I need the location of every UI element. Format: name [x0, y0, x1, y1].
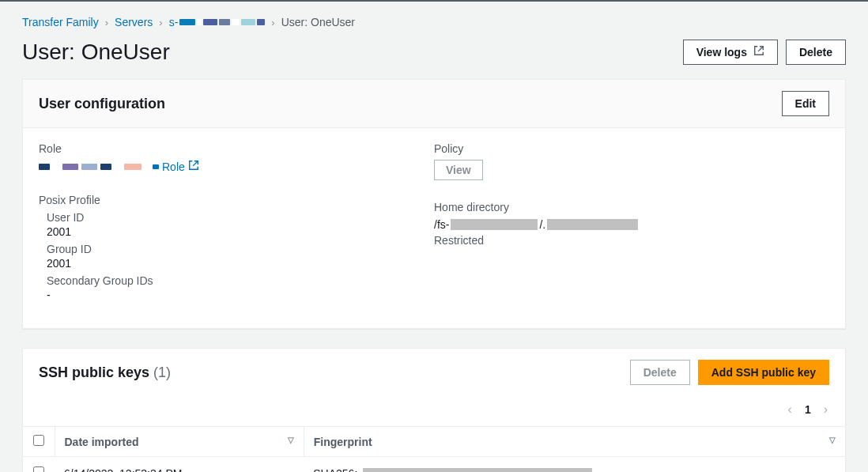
- pagination: ‹ 1 ›: [23, 396, 845, 426]
- redacted-segment: [124, 164, 142, 170]
- external-link-icon: [188, 160, 199, 173]
- ssh-panel-title-text: SSH public keys: [39, 364, 149, 380]
- breadcrumb-server-id[interactable]: s-: [169, 16, 266, 28]
- view-logs-button[interactable]: View logs: [683, 40, 778, 65]
- chevron-right-icon: ›: [159, 17, 162, 28]
- redacted-segment: [39, 164, 50, 170]
- view-logs-label: View logs: [696, 45, 747, 59]
- policy-label: Policy: [434, 142, 829, 155]
- cell-date-imported: 6/14/2022, 12:53:34 PM: [55, 457, 304, 473]
- redacted-segment: [179, 19, 195, 25]
- redacted-segment: [100, 164, 111, 170]
- next-page-button[interactable]: ›: [822, 401, 829, 418]
- role-value: Role: [39, 160, 434, 173]
- redacted-segment: [203, 19, 217, 25]
- user-id-label: User ID: [47, 211, 434, 224]
- home-directory-restricted: Restricted: [434, 234, 829, 247]
- group-id-value: 2001: [47, 257, 434, 270]
- ssh-keys-panel: SSH public keys (1) Delete Add SSH publi…: [22, 348, 846, 472]
- breadcrumb: Transfer Family › Servers › s- › User: O…: [22, 9, 846, 40]
- breadcrumb-servers[interactable]: Servers: [115, 16, 153, 28]
- redacted-segment: [363, 468, 592, 473]
- redacted-segment: [232, 19, 240, 25]
- external-link-icon: [753, 45, 764, 59]
- chevron-right-icon: ›: [105, 17, 108, 28]
- current-page-number: 1: [805, 403, 811, 416]
- redacted-segment: [451, 219, 538, 230]
- home-directory-value: /fs- /.: [434, 218, 829, 231]
- redacted-segment: [257, 19, 265, 25]
- redacted-segment: [219, 19, 230, 25]
- chevron-right-icon: ›: [271, 17, 274, 28]
- column-fingerprint[interactable]: Fingerprint: [304, 427, 845, 457]
- homedir-sep: /.: [539, 218, 545, 231]
- table-row: 6/14/2022, 12:53:34 PM SHA256:-: [23, 457, 845, 473]
- ssh-panel-title: SSH public keys (1): [39, 364, 171, 381]
- role-link-text: Role: [162, 160, 185, 173]
- page-header: User: OneUser View logs Delete: [22, 40, 846, 65]
- server-id-prefix: s-: [169, 16, 179, 28]
- secondary-group-ids-value: -: [47, 289, 434, 301]
- select-row-checkbox[interactable]: [33, 466, 44, 472]
- posix-profile-label: Posix Profile: [39, 194, 434, 206]
- homedir-prefix: /fs-: [434, 218, 449, 231]
- redacted-segment: [153, 164, 159, 169]
- cell-fingerprint: SHA256:-: [304, 457, 845, 473]
- select-all-checkbox[interactable]: [33, 435, 44, 446]
- ssh-keys-table: Date imported Fingerprint 6/14/2022, 12:…: [23, 426, 845, 472]
- column-date-imported[interactable]: Date imported: [55, 427, 304, 457]
- fingerprint-prefix: SHA256:-: [313, 467, 361, 473]
- policy-view-button: View: [434, 160, 483, 180]
- delete-user-button[interactable]: Delete: [786, 40, 846, 65]
- redacted-segment: [81, 164, 97, 170]
- config-panel-title: User configuration: [39, 96, 165, 112]
- redacted-segment: [62, 164, 78, 170]
- page-title: User: OneUser: [22, 40, 170, 65]
- prev-page-button[interactable]: ‹: [787, 401, 794, 418]
- secondary-group-ids-label: Secondary Group IDs: [47, 274, 434, 287]
- breadcrumb-current: User: OneUser: [281, 16, 355, 28]
- edit-config-button[interactable]: Edit: [782, 91, 829, 116]
- redacted-segment: [241, 19, 255, 25]
- redacted-segment: [547, 219, 638, 230]
- redacted-segment: [197, 19, 202, 25]
- user-id-value: 2001: [47, 225, 434, 238]
- user-configuration-panel: User configuration Edit Role: [22, 79, 846, 329]
- redacted-segment: [115, 164, 121, 170]
- delete-ssh-key-button[interactable]: Delete: [630, 360, 690, 385]
- home-directory-label: Home directory: [434, 201, 829, 213]
- role-label: Role: [39, 142, 434, 155]
- ssh-keys-count: (1): [153, 364, 171, 380]
- group-id-label: Group ID: [47, 243, 434, 255]
- role-link[interactable]: Role: [153, 160, 199, 173]
- add-ssh-key-button[interactable]: Add SSH public key: [698, 360, 829, 385]
- breadcrumb-root[interactable]: Transfer Family: [22, 16, 99, 28]
- redacted-segment: [53, 164, 59, 170]
